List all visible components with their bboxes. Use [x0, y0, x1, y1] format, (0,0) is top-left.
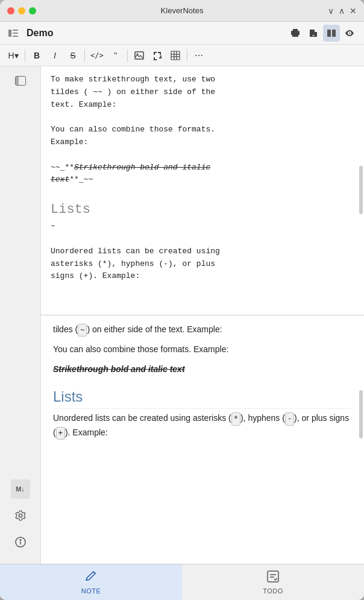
settings-icon — [15, 510, 26, 521]
svg-rect-0 — [8, 30, 11, 37]
title-bar: KleverNotes ∨ ∧ ✕ — [0, 0, 364, 22]
split-panes: To make strikethrough text, use two tild… — [41, 66, 364, 564]
toolbar-icons — [287, 25, 358, 42]
app-title: KleverNotes — [36, 6, 328, 15]
window-restore-icon[interactable]: ∧ — [339, 6, 345, 16]
svg-rect-14 — [16, 77, 19, 85]
strikethrough-text: Strikethrough bold and italic text — [53, 364, 185, 374]
info-icon — [15, 537, 26, 548]
preview-para-2: You can also combine those formats. Exam… — [53, 343, 352, 356]
view-split-button[interactable] — [323, 25, 340, 42]
note-toolbar: Demo — [0, 22, 364, 45]
preview-para-3: Unordered lists can be created using ast… — [53, 411, 352, 439]
svg-rect-19 — [268, 571, 278, 582]
sidebar-top — [11, 71, 30, 479]
pencil-icon — [84, 570, 98, 583]
bold-button[interactable]: B — [28, 48, 45, 63]
todo-tab-label: TODO — [263, 587, 283, 595]
svg-rect-8 — [171, 51, 180, 60]
editor-pane: To make strikethrough text, use two tild… — [41, 66, 364, 315]
svg-rect-6 — [135, 52, 143, 59]
toolbar-separator-4 — [187, 49, 187, 62]
maximize-button[interactable] — [29, 7, 36, 14]
svg-point-18 — [20, 540, 21, 541]
format-toolbar: H ▾ B I S </> " — [0, 45, 364, 66]
preview-scrollbar[interactable] — [359, 390, 363, 438]
bottom-tab-bar: Note TODO — [0, 564, 364, 600]
main-area: M↓ — [0, 66, 364, 564]
expand-icon — [152, 51, 162, 60]
title-bar-right: ∨ ∧ ✕ — [328, 6, 357, 16]
editor-scrollbar[interactable] — [359, 166, 363, 214]
tilde-kbd: ~ — [78, 324, 87, 336]
preview-para-1: tildes (~) on either side of the text. E… — [53, 323, 352, 336]
svg-rect-1 — [13, 30, 18, 31]
quote-label: " — [114, 51, 117, 60]
preview-button[interactable] — [341, 25, 358, 42]
editor-text: To make strikethrough text, use two tild… — [51, 74, 354, 283]
left-sidebar: M↓ — [0, 66, 41, 564]
table-button[interactable] — [167, 48, 184, 63]
heading-button[interactable]: H ▾ — [5, 48, 22, 63]
sidebar-toggle-button[interactable] — [6, 26, 20, 40]
markdown-button[interactable]: M↓ — [11, 479, 30, 499]
toolbar-separator-1 — [25, 49, 25, 62]
preview-strike-para: Strikethrough bold and italic text — [53, 362, 352, 376]
close-button[interactable] — [7, 7, 14, 14]
asterisk-kbd: * — [231, 412, 240, 425]
svg-rect-5 — [332, 30, 336, 37]
toolbar-separator-2 — [84, 49, 85, 62]
export-button[interactable] — [305, 25, 322, 42]
todo-tab[interactable]: TODO — [182, 564, 364, 600]
more-button[interactable]: ⋯ — [190, 48, 207, 63]
note-tab-icon — [84, 570, 98, 586]
preview-pane: tildes (~) on either side of the text. E… — [41, 315, 364, 564]
settings-button[interactable] — [11, 506, 30, 525]
image-icon — [134, 51, 144, 60]
bold-label: B — [34, 51, 40, 60]
window-min-icon[interactable]: ∨ — [328, 6, 334, 16]
note-tab[interactable]: Note — [0, 564, 182, 600]
preview-content[interactable]: tildes (~) on either side of the text. E… — [41, 315, 364, 564]
more-label: ⋯ — [195, 51, 203, 60]
editor-content[interactable]: To make strikethrough text, use two tild… — [41, 66, 364, 315]
todo-tab-icon — [266, 570, 280, 586]
svg-rect-3 — [13, 36, 18, 37]
panels-container: To make strikethrough text, use two tild… — [41, 66, 364, 564]
code-label: </> — [90, 51, 104, 60]
window-close-icon[interactable]: ✕ — [350, 6, 357, 16]
italic-button[interactable]: I — [46, 48, 63, 63]
print-button[interactable] — [287, 25, 304, 42]
hyphen-kbd: - — [285, 412, 294, 425]
table-icon — [171, 51, 180, 60]
note-tab-label: Note — [81, 587, 101, 595]
todo-icon — [266, 570, 280, 583]
plus-kbd: + — [56, 427, 65, 440]
sidebar-collapse-button[interactable] — [11, 71, 30, 90]
strikethrough-button[interactable]: S — [64, 48, 81, 63]
svg-rect-2 — [13, 33, 18, 34]
app-window: KleverNotes ∨ ∧ ✕ Demo — [0, 0, 364, 600]
title-bar-controls — [7, 7, 36, 14]
heading-arrow: ▾ — [14, 51, 19, 60]
toolbar-separator-3 — [127, 49, 128, 62]
strike-label: S — [70, 51, 75, 60]
lists-heading: Lists — [53, 385, 352, 409]
image-button[interactable] — [131, 48, 148, 63]
svg-point-15 — [19, 514, 22, 517]
svg-rect-4 — [327, 30, 331, 37]
sidebar-bottom: M↓ — [11, 479, 30, 559]
quote-button[interactable]: " — [107, 48, 124, 63]
info-button[interactable] — [11, 532, 30, 552]
heading-label: H — [8, 51, 14, 60]
note-title: Demo — [23, 28, 284, 39]
minimize-button[interactable] — [18, 7, 25, 14]
expand-button[interactable] — [149, 48, 166, 63]
code-button[interactable]: </> — [88, 48, 106, 63]
italic-label: I — [54, 51, 56, 60]
